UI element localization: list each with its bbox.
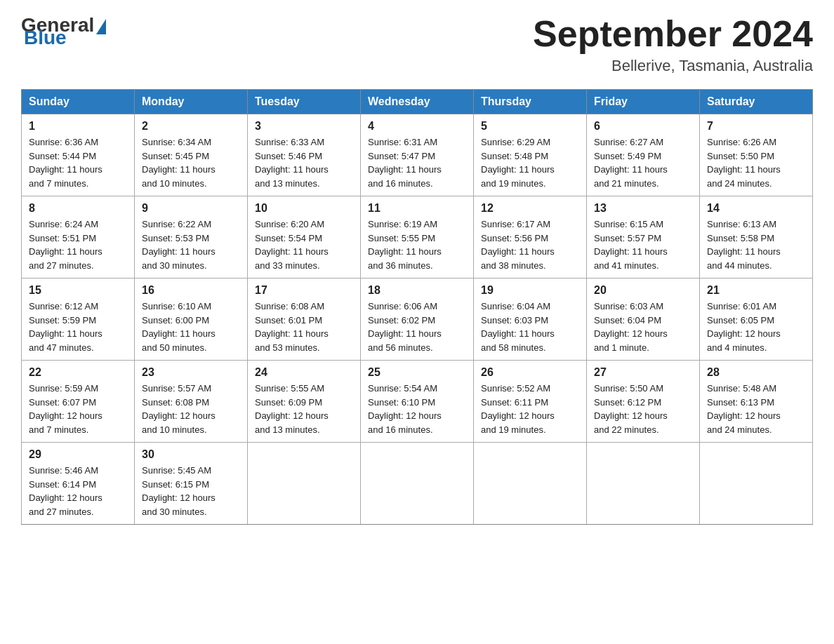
day-info: Sunrise: 5:46 AMSunset: 6:14 PMDaylight:… bbox=[29, 464, 127, 518]
day-number: 30 bbox=[142, 448, 240, 461]
calendar-week-2: 8Sunrise: 6:24 AMSunset: 5:51 PMDaylight… bbox=[22, 196, 813, 279]
col-saturday: Saturday bbox=[700, 90, 813, 114]
calendar-week-1: 1Sunrise: 6:36 AMSunset: 5:44 PMDaylight… bbox=[22, 114, 813, 196]
day-number: 15 bbox=[29, 284, 127, 297]
table-row: 14Sunrise: 6:13 AMSunset: 5:58 PMDayligh… bbox=[700, 196, 813, 279]
day-number: 13 bbox=[594, 202, 692, 215]
calendar-week-4: 22Sunrise: 5:59 AMSunset: 6:07 PMDayligh… bbox=[22, 361, 813, 443]
table-row bbox=[700, 443, 813, 525]
day-info: Sunrise: 5:50 AMSunset: 6:12 PMDaylight:… bbox=[594, 382, 692, 436]
table-row: 4Sunrise: 6:31 AMSunset: 5:47 PMDaylight… bbox=[361, 114, 474, 196]
col-thursday: Thursday bbox=[474, 90, 587, 114]
day-number: 24 bbox=[255, 366, 353, 379]
day-info: Sunrise: 6:19 AMSunset: 5:55 PMDaylight:… bbox=[368, 217, 466, 272]
day-info: Sunrise: 5:45 AMSunset: 6:15 PMDaylight:… bbox=[142, 464, 240, 518]
table-row: 1Sunrise: 6:36 AMSunset: 5:44 PMDaylight… bbox=[22, 114, 135, 196]
day-info: Sunrise: 6:03 AMSunset: 6:04 PMDaylight:… bbox=[594, 300, 692, 354]
table-row: 7Sunrise: 6:26 AMSunset: 5:50 PMDaylight… bbox=[700, 114, 813, 196]
col-friday: Friday bbox=[587, 90, 700, 114]
day-info: Sunrise: 6:36 AMSunset: 5:44 PMDaylight:… bbox=[29, 135, 127, 190]
logo-blue-text: Blue bbox=[22, 27, 67, 49]
day-number: 8 bbox=[29, 202, 127, 215]
table-row: 28Sunrise: 5:48 AMSunset: 6:13 PMDayligh… bbox=[700, 361, 813, 443]
table-row bbox=[587, 443, 700, 525]
table-row: 5Sunrise: 6:29 AMSunset: 5:48 PMDaylight… bbox=[474, 114, 587, 196]
day-number: 28 bbox=[707, 366, 805, 379]
logo-triangle-icon bbox=[96, 19, 106, 34]
day-info: Sunrise: 6:04 AMSunset: 6:03 PMDaylight:… bbox=[481, 300, 579, 354]
day-info: Sunrise: 6:10 AMSunset: 6:00 PMDaylight:… bbox=[142, 300, 240, 354]
day-number: 9 bbox=[142, 202, 240, 215]
day-info: Sunrise: 6:06 AMSunset: 6:02 PMDaylight:… bbox=[368, 300, 466, 354]
day-number: 6 bbox=[594, 120, 692, 133]
table-row: 25Sunrise: 5:54 AMSunset: 6:10 PMDayligh… bbox=[361, 361, 474, 443]
day-info: Sunrise: 6:27 AMSunset: 5:49 PMDaylight:… bbox=[594, 135, 692, 190]
day-number: 16 bbox=[142, 284, 240, 297]
day-number: 4 bbox=[368, 120, 466, 133]
col-monday: Monday bbox=[135, 90, 248, 114]
table-row bbox=[474, 443, 587, 525]
calendar-week-3: 15Sunrise: 6:12 AMSunset: 5:59 PMDayligh… bbox=[22, 279, 813, 361]
table-row: 10Sunrise: 6:20 AMSunset: 5:54 PMDayligh… bbox=[248, 196, 361, 279]
day-number: 14 bbox=[707, 202, 805, 215]
col-tuesday: Tuesday bbox=[248, 90, 361, 114]
logo: General Blue bbox=[21, 14, 106, 49]
table-row: 13Sunrise: 6:15 AMSunset: 5:57 PMDayligh… bbox=[587, 196, 700, 279]
table-row: 3Sunrise: 6:33 AMSunset: 5:46 PMDaylight… bbox=[248, 114, 361, 196]
table-row: 19Sunrise: 6:04 AMSunset: 6:03 PMDayligh… bbox=[474, 279, 587, 361]
day-info: Sunrise: 5:59 AMSunset: 6:07 PMDaylight:… bbox=[29, 382, 127, 436]
location-title: Bellerive, Tasmania, Australia bbox=[533, 57, 813, 75]
day-info: Sunrise: 6:15 AMSunset: 5:57 PMDaylight:… bbox=[594, 217, 692, 272]
day-info: Sunrise: 5:48 AMSunset: 6:13 PMDaylight:… bbox=[707, 382, 805, 436]
day-number: 5 bbox=[481, 120, 579, 133]
day-number: 21 bbox=[707, 284, 805, 297]
table-row: 21Sunrise: 6:01 AMSunset: 6:05 PMDayligh… bbox=[700, 279, 813, 361]
table-row: 2Sunrise: 6:34 AMSunset: 5:45 PMDaylight… bbox=[135, 114, 248, 196]
day-number: 19 bbox=[481, 284, 579, 297]
day-info: Sunrise: 6:33 AMSunset: 5:46 PMDaylight:… bbox=[255, 135, 353, 190]
day-info: Sunrise: 6:22 AMSunset: 5:53 PMDaylight:… bbox=[142, 217, 240, 272]
table-row: 29Sunrise: 5:46 AMSunset: 6:14 PMDayligh… bbox=[22, 443, 135, 525]
day-info: Sunrise: 6:31 AMSunset: 5:47 PMDaylight:… bbox=[368, 135, 466, 190]
day-info: Sunrise: 5:52 AMSunset: 6:11 PMDaylight:… bbox=[481, 382, 579, 436]
day-info: Sunrise: 5:57 AMSunset: 6:08 PMDaylight:… bbox=[142, 382, 240, 436]
table-row: 27Sunrise: 5:50 AMSunset: 6:12 PMDayligh… bbox=[587, 361, 700, 443]
day-info: Sunrise: 6:20 AMSunset: 5:54 PMDaylight:… bbox=[255, 217, 353, 272]
day-number: 18 bbox=[368, 284, 466, 297]
day-number: 2 bbox=[142, 120, 240, 133]
table-row: 17Sunrise: 6:08 AMSunset: 6:01 PMDayligh… bbox=[248, 279, 361, 361]
day-info: Sunrise: 6:24 AMSunset: 5:51 PMDaylight:… bbox=[29, 217, 127, 272]
col-wednesday: Wednesday bbox=[361, 90, 474, 114]
day-info: Sunrise: 6:01 AMSunset: 6:05 PMDaylight:… bbox=[707, 300, 805, 354]
day-number: 29 bbox=[29, 448, 127, 461]
table-row: 23Sunrise: 5:57 AMSunset: 6:08 PMDayligh… bbox=[135, 361, 248, 443]
day-number: 1 bbox=[29, 120, 127, 133]
table-row: 22Sunrise: 5:59 AMSunset: 6:07 PMDayligh… bbox=[22, 361, 135, 443]
day-info: Sunrise: 6:34 AMSunset: 5:45 PMDaylight:… bbox=[142, 135, 240, 190]
calendar-header-row: Sunday Monday Tuesday Wednesday Thursday… bbox=[22, 90, 813, 114]
day-number: 12 bbox=[481, 202, 579, 215]
day-info: Sunrise: 6:12 AMSunset: 5:59 PMDaylight:… bbox=[29, 300, 127, 354]
day-number: 26 bbox=[481, 366, 579, 379]
day-info: Sunrise: 5:55 AMSunset: 6:09 PMDaylight:… bbox=[255, 382, 353, 436]
day-info: Sunrise: 5:54 AMSunset: 6:10 PMDaylight:… bbox=[368, 382, 466, 436]
table-row: 26Sunrise: 5:52 AMSunset: 6:11 PMDayligh… bbox=[474, 361, 587, 443]
day-number: 27 bbox=[594, 366, 692, 379]
day-number: 17 bbox=[255, 284, 353, 297]
day-number: 3 bbox=[255, 120, 353, 133]
day-number: 23 bbox=[142, 366, 240, 379]
table-row bbox=[248, 443, 361, 525]
day-number: 22 bbox=[29, 366, 127, 379]
title-block: September 2024 Bellerive, Tasmania, Aust… bbox=[533, 14, 813, 75]
day-info: Sunrise: 6:17 AMSunset: 5:56 PMDaylight:… bbox=[481, 217, 579, 272]
table-row: 6Sunrise: 6:27 AMSunset: 5:49 PMDaylight… bbox=[587, 114, 700, 196]
table-row: 24Sunrise: 5:55 AMSunset: 6:09 PMDayligh… bbox=[248, 361, 361, 443]
day-number: 25 bbox=[368, 366, 466, 379]
day-info: Sunrise: 6:08 AMSunset: 6:01 PMDaylight:… bbox=[255, 300, 353, 354]
table-row: 20Sunrise: 6:03 AMSunset: 6:04 PMDayligh… bbox=[587, 279, 700, 361]
day-number: 11 bbox=[368, 202, 466, 215]
day-number: 20 bbox=[594, 284, 692, 297]
page-header: General Blue September 2024 Bellerive, T… bbox=[21, 14, 813, 75]
table-row: 9Sunrise: 6:22 AMSunset: 5:53 PMDaylight… bbox=[135, 196, 248, 279]
calendar-table: Sunday Monday Tuesday Wednesday Thursday… bbox=[21, 89, 813, 525]
